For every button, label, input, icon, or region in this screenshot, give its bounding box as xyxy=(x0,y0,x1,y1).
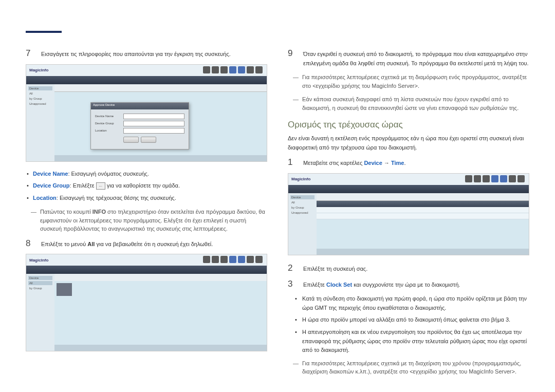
toolbar-icon xyxy=(229,66,236,73)
toolbar-icon xyxy=(509,175,516,182)
note-info: Πατώντας το κουμπί INFO στο τηλεχειριστή… xyxy=(26,208,267,233)
sidebar: DeviceAllby GroupUnapproved xyxy=(26,84,54,161)
step-number: 9 xyxy=(288,48,295,68)
step-8: 8 Επιλέξτε το μενού All για να βεβαιωθεί… xyxy=(26,238,267,249)
toolbar-icon xyxy=(247,256,254,263)
step-2: 2 Επιλέξτε τη συσκευή σας. xyxy=(288,263,529,274)
main-area xyxy=(54,274,267,351)
sub-bullet-list: Κατά τη σύνδεση στο διακομιστή για πρώτη… xyxy=(288,294,529,355)
toolbar-icon xyxy=(255,66,263,73)
toolbar-icon xyxy=(212,66,219,73)
toolbar-icon xyxy=(229,256,236,263)
step-text: Επιλέξτε Clock Set και συγχρονίστε την ώ… xyxy=(303,279,529,290)
toolbar-icon xyxy=(500,175,507,182)
note-program-config: Για περισσότερες λεπτομέρειες σχετικά με… xyxy=(288,73,529,90)
navbar xyxy=(26,76,267,84)
toolbar-icon xyxy=(203,256,210,263)
step-number: 3 xyxy=(288,279,295,290)
left-column: 7 Εισαγάγετε τις πληροφορίες που απαιτού… xyxy=(26,48,267,381)
toolbar-icon xyxy=(483,175,490,182)
step-number: 2 xyxy=(288,263,295,274)
main-area: Approve Device Device Name Device Group … xyxy=(54,84,267,161)
app-logo: MagicInfo xyxy=(29,68,48,72)
section-title-time: Ορισμός της τρέχουσας ώρας xyxy=(288,120,529,130)
toolbar-icon xyxy=(491,175,498,182)
device-thumbnail xyxy=(57,283,72,296)
step-number: 1 xyxy=(288,157,295,168)
toolbar-icon xyxy=(517,175,525,182)
approve-dialog: Approve Device Device Name Device Group … xyxy=(90,102,189,150)
sub-bullet: Κατά τη σύνδεση στο διακομιστή για πρώτη… xyxy=(295,294,529,312)
toolbar-icon xyxy=(247,66,254,73)
step-number: 7 xyxy=(26,48,33,59)
intro-paragraph: Δεν είναι δυνατή η εκτέλεση ενός προγράμ… xyxy=(288,134,529,152)
toolbar-icon xyxy=(203,66,210,73)
toolbar-icon xyxy=(474,175,481,182)
screenshot-approve-device: MagicInfo DeviceAllby GroupUnapproved xyxy=(26,64,267,162)
bullet-list: Device Name: Εισαγωγή ονόματος συσκευής.… xyxy=(26,170,267,203)
screenshot-all-menu: MagicInfo DeviceAllby Group xyxy=(26,254,267,351)
right-column: 9 Όταν εγκριθεί η συσκευή από το διακομι… xyxy=(288,48,529,381)
step-text: Μεταβείτε στις καρτέλες Device → Time. xyxy=(303,157,529,168)
sidebar: DeviceAllby GroupUnapproved xyxy=(288,193,317,255)
step-number: 8 xyxy=(26,238,33,249)
app-logo: MagicInfo xyxy=(291,177,310,181)
step-7: 7 Εισαγάγετε τις πληροφορίες που απαιτού… xyxy=(26,48,267,59)
ellipsis-button: ... xyxy=(96,182,105,190)
note-device-delete: Εάν κάποια συσκευή διαγραφεί από τη λίστ… xyxy=(288,95,529,112)
toolbar-icon xyxy=(220,66,228,73)
bullet-device-name: Device Name: Εισαγωγή ονόματος συσκευής. xyxy=(26,170,267,179)
sidebar: DeviceAllby Group xyxy=(26,274,54,351)
screenshot-device-time: MagicInfo DeviceAllby GroupUnapproved xyxy=(288,173,529,255)
header-divider xyxy=(26,31,62,33)
navbar xyxy=(288,185,529,193)
toolbar-icon xyxy=(238,66,245,73)
toolbar-icon xyxy=(465,175,472,182)
navbar xyxy=(26,266,267,274)
toolbar-icon xyxy=(255,256,263,263)
step-1: 1 Μεταβείτε στις καρτέλες Device → Time. xyxy=(288,157,529,168)
bullet-location: Location: Εισαγωγή της τρέχουσας θέσης τ… xyxy=(26,194,267,203)
sub-bullet: Η απενεργοποίηση και εκ νέου ενεργοποίησ… xyxy=(295,328,529,355)
sub-bullet: Η ώρα στο προϊόν μπορεί να αλλάξει από τ… xyxy=(295,315,529,325)
note-time-management: Για περισσότερες λεπτομέρειες σχετικά με… xyxy=(288,359,529,376)
step-9: 9 Όταν εγκριθεί η συσκευή από το διακομι… xyxy=(288,48,529,68)
step-text: Επιλέξτε το μενού All για να βεβαιωθείτε… xyxy=(41,238,267,249)
step-text: Όταν εγκριθεί η συσκευή από το διακομιστ… xyxy=(303,48,529,68)
step-text: Εισαγάγετε τις πληροφορίες που απαιτούντ… xyxy=(41,48,267,59)
main-area xyxy=(317,193,529,255)
app-logo: MagicInfo xyxy=(29,258,48,263)
bullet-device-group: Device Group: Επιλέξτε ... για να καθορί… xyxy=(26,181,267,191)
toolbar-icon xyxy=(220,256,228,263)
toolbar-icon xyxy=(212,256,219,263)
toolbar-icon xyxy=(238,256,245,263)
step-text: Επιλέξτε τη συσκευή σας. xyxy=(303,263,529,274)
step-3: 3 Επιλέξτε Clock Set και συγχρονίστε την… xyxy=(288,279,529,290)
